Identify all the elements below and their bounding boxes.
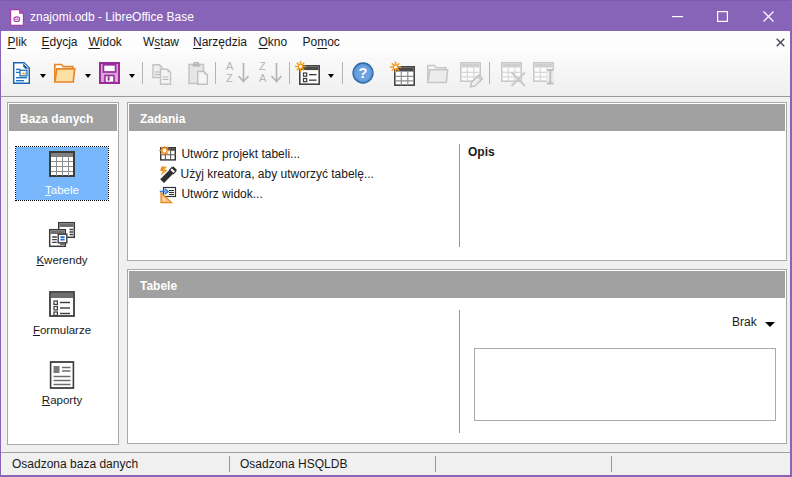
svg-text:?: ? — [359, 65, 368, 81]
